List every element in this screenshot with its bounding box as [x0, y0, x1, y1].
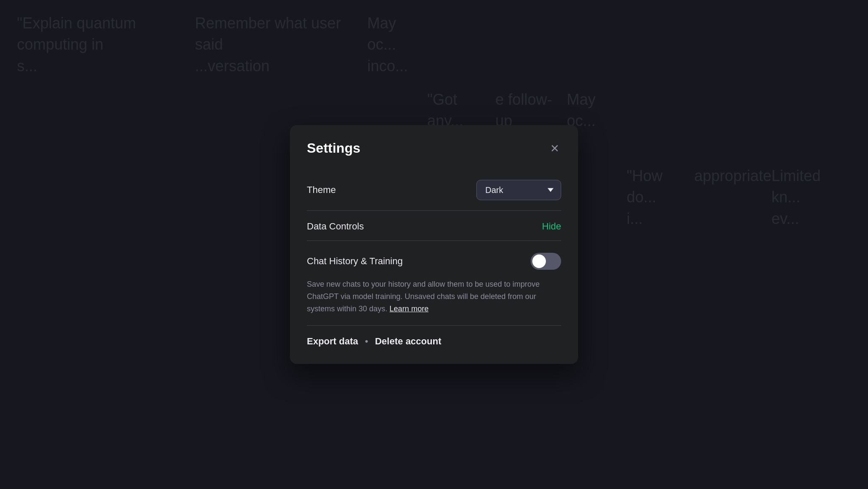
learn-more-link[interactable]: Learn more: [389, 305, 428, 313]
chat-history-row: Chat History & Training: [307, 253, 561, 270]
theme-select[interactable]: Dark Light System: [476, 180, 561, 200]
toggle-slider: [531, 253, 561, 270]
data-controls-section: Data Controls Hide: [307, 211, 561, 240]
delete-account-button[interactable]: Delete account: [375, 336, 442, 347]
theme-select-wrapper[interactable]: Dark Light System: [476, 180, 561, 200]
close-button[interactable]: ✕: [548, 141, 561, 156]
chat-history-label: Chat History & Training: [307, 256, 403, 267]
hide-button[interactable]: Hide: [542, 221, 561, 232]
modal-title: Settings: [307, 140, 360, 156]
close-icon: ✕: [550, 143, 559, 154]
chat-history-toggle[interactable]: [531, 253, 561, 270]
modal-header: Settings ✕: [307, 140, 561, 156]
modal-overlay: Settings ✕ Theme Dark Light System Data …: [0, 0, 868, 489]
export-data-button[interactable]: Export data: [307, 336, 358, 347]
theme-row: Theme Dark Light System: [307, 170, 561, 210]
chat-history-description: Save new chats to your history and allow…: [307, 278, 561, 315]
settings-modal: Settings ✕ Theme Dark Light System Data …: [290, 125, 578, 363]
data-controls-label: Data Controls: [307, 221, 364, 232]
dot-separator: •: [365, 336, 368, 347]
footer-section: Export data • Delete account: [307, 326, 561, 347]
theme-label: Theme: [307, 184, 336, 196]
chat-history-section: Chat History & Training Save new chats t…: [307, 241, 561, 325]
